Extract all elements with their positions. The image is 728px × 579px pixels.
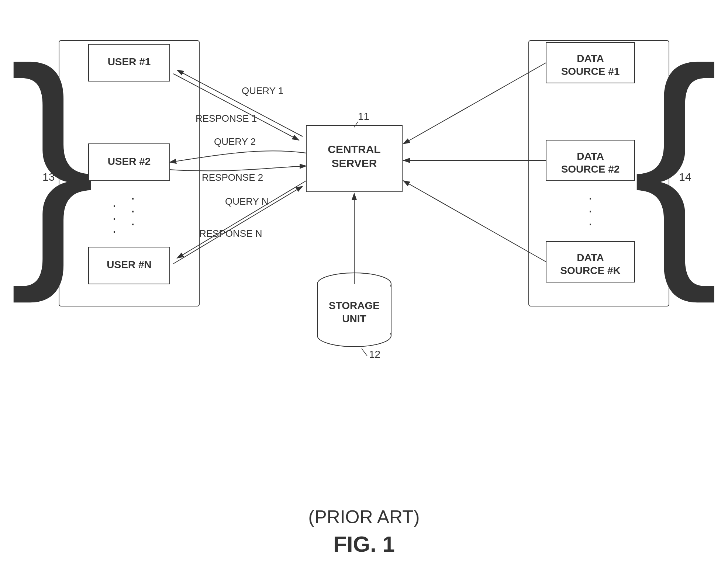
svg-text:RESPONSE N: RESPONSE N (199, 228, 262, 239)
svg-text:·: · (112, 223, 116, 239)
svg-line-39 (173, 74, 299, 140)
svg-rect-21 (318, 284, 390, 335)
svg-text:SOURCE #K: SOURCE #K (560, 265, 620, 276)
svg-point-19 (317, 273, 391, 295)
svg-text:·: · (112, 210, 116, 226)
svg-text:13: 13 (42, 171, 55, 183)
svg-rect-8 (89, 144, 170, 181)
svg-rect-29 (546, 140, 635, 181)
svg-rect-6 (89, 44, 170, 81)
svg-text:RESPONSE 2: RESPONSE 2 (202, 172, 263, 183)
svg-text:STORAGE: STORAGE (329, 300, 380, 311)
svg-text:CENTRAL: CENTRAL (328, 143, 380, 155)
svg-line-58 (362, 349, 367, 356)
svg-text:·: · (131, 202, 135, 219)
svg-text:14: 14 (679, 171, 691, 183)
svg-line-47 (177, 181, 306, 258)
svg-text:·: · (588, 215, 592, 232)
svg-line-53 (403, 181, 546, 262)
svg-rect-15 (306, 125, 402, 192)
svg-text:UNIT: UNIT (342, 313, 366, 325)
svg-text:USER #1: USER #1 (108, 56, 151, 67)
svg-text:QUERY 2: QUERY 2 (214, 136, 256, 147)
svg-text:·: · (131, 190, 135, 206)
svg-rect-10 (89, 247, 170, 284)
svg-text:QUERY N: QUERY N (225, 196, 269, 207)
svg-text:RESPONSE 1: RESPONSE 1 (196, 113, 257, 124)
svg-text:·: · (588, 190, 592, 206)
svg-text:SOURCE #1: SOURCE #1 (561, 66, 620, 77)
svg-text:DATA: DATA (577, 53, 604, 64)
svg-text:}: } (9, 15, 96, 305)
svg-rect-3 (529, 41, 669, 306)
svg-line-38 (177, 70, 303, 136)
svg-text:USER #N: USER #N (107, 259, 151, 270)
svg-rect-18 (317, 284, 391, 336)
svg-text:12: 12 (369, 349, 380, 360)
svg-line-51 (403, 63, 546, 144)
svg-rect-32 (546, 242, 635, 282)
svg-line-48 (173, 186, 303, 264)
svg-text:DATA: DATA (577, 150, 604, 162)
svg-point-20 (317, 325, 391, 347)
svg-rect-26 (546, 42, 635, 83)
svg-text:QUERY 1: QUERY 1 (242, 85, 283, 96)
svg-text:SOURCE #2: SOURCE #2 (561, 163, 620, 175)
svg-text:·: · (588, 202, 592, 219)
svg-text:DATA: DATA (577, 252, 604, 263)
svg-text:·: · (131, 215, 135, 232)
figure-label: FIG. 1 (0, 531, 728, 557)
svg-text:11: 11 (358, 111, 369, 122)
svg-rect-2 (59, 41, 199, 306)
svg-text:{: { (632, 15, 719, 305)
prior-art-label: (PRIOR ART) (0, 506, 728, 528)
svg-text:SERVER: SERVER (332, 157, 377, 169)
svg-text:USER #2: USER #2 (108, 156, 151, 167)
svg-text:·: · (112, 197, 116, 213)
svg-line-56 (354, 122, 358, 127)
